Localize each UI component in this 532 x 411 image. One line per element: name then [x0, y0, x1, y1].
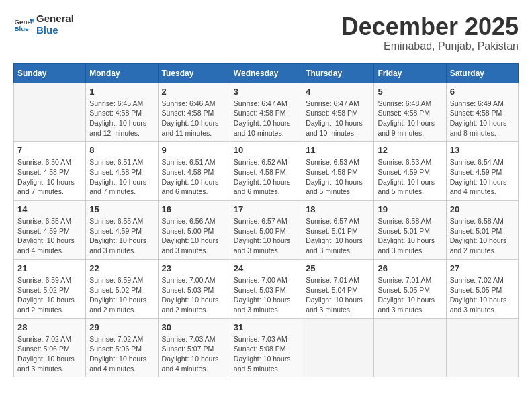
day-number: 17	[234, 204, 298, 214]
calendar-cell: 6Sunrise: 6:49 AM Sunset: 4:58 PM Daylig…	[446, 83, 518, 142]
day-number: 12	[378, 145, 442, 155]
title-area: December 2025 Eminabad, Punjab, Pakistan	[341, 13, 519, 52]
header-monday: Monday	[86, 63, 158, 83]
day-info: Sunrise: 7:00 AM Sunset: 5:03 PM Dayligh…	[234, 275, 298, 315]
day-number: 27	[450, 263, 515, 273]
header-friday: Friday	[374, 63, 446, 83]
calendar-cell: 21Sunrise: 6:59 AM Sunset: 5:02 PM Dayli…	[14, 259, 86, 318]
day-number: 14	[17, 204, 82, 214]
day-info: Sunrise: 6:55 AM Sunset: 4:59 PM Dayligh…	[17, 216, 82, 256]
location-subtitle: Eminabad, Punjab, Pakistan	[341, 40, 519, 52]
day-info: Sunrise: 6:59 AM Sunset: 5:02 PM Dayligh…	[89, 275, 154, 315]
calendar-cell: 1Sunrise: 6:45 AM Sunset: 4:58 PM Daylig…	[86, 83, 158, 142]
day-info: Sunrise: 7:02 AM Sunset: 5:05 PM Dayligh…	[450, 275, 515, 315]
calendar-cell: 27Sunrise: 7:02 AM Sunset: 5:05 PM Dayli…	[446, 259, 518, 318]
day-info: Sunrise: 6:56 AM Sunset: 5:00 PM Dayligh…	[162, 216, 226, 256]
day-number: 4	[306, 87, 370, 97]
day-number: 30	[162, 322, 226, 332]
day-number: 9	[162, 145, 226, 155]
day-number: 6	[450, 87, 515, 97]
day-info: Sunrise: 6:57 AM Sunset: 5:01 PM Dayligh…	[306, 216, 370, 256]
day-info: Sunrise: 7:01 AM Sunset: 5:05 PM Dayligh…	[378, 275, 442, 315]
calendar-cell: 12Sunrise: 6:53 AM Sunset: 4:59 PM Dayli…	[374, 142, 446, 201]
calendar-cell: 5Sunrise: 6:48 AM Sunset: 4:58 PM Daylig…	[374, 83, 446, 142]
day-number: 21	[17, 263, 82, 273]
calendar-cell: 11Sunrise: 6:53 AM Sunset: 4:58 PM Dayli…	[302, 142, 374, 201]
calendar-cell: 22Sunrise: 6:59 AM Sunset: 5:02 PM Dayli…	[86, 259, 158, 318]
header-saturday: Saturday	[446, 63, 518, 83]
day-info: Sunrise: 6:52 AM Sunset: 4:58 PM Dayligh…	[234, 157, 298, 197]
day-info: Sunrise: 6:59 AM Sunset: 5:02 PM Dayligh…	[17, 275, 82, 315]
calendar-cell: 10Sunrise: 6:52 AM Sunset: 4:58 PM Dayli…	[230, 142, 302, 201]
calendar-header-row: SundayMondayTuesdayWednesdayThursdayFrid…	[14, 63, 519, 83]
day-number: 29	[89, 322, 154, 332]
logo-icon: General Blue	[13, 15, 34, 35]
calendar-cell: 26Sunrise: 7:01 AM Sunset: 5:05 PM Dayli…	[374, 259, 446, 318]
day-info: Sunrise: 7:02 AM Sunset: 5:06 PM Dayligh…	[17, 334, 82, 374]
month-title: December 2025	[341, 13, 519, 40]
calendar-week-2: 7Sunrise: 6:50 AM Sunset: 4:58 PM Daylig…	[14, 142, 519, 201]
header-thursday: Thursday	[302, 63, 374, 83]
day-info: Sunrise: 6:51 AM Sunset: 4:58 PM Dayligh…	[89, 157, 154, 197]
calendar-cell: 16Sunrise: 6:56 AM Sunset: 5:00 PM Dayli…	[158, 201, 230, 260]
calendar-cell: 3Sunrise: 6:47 AM Sunset: 4:58 PM Daylig…	[230, 83, 302, 142]
day-info: Sunrise: 6:45 AM Sunset: 4:58 PM Dayligh…	[89, 99, 154, 138]
day-number: 3	[234, 87, 298, 97]
day-number: 19	[378, 204, 442, 214]
calendar-cell: 29Sunrise: 7:02 AM Sunset: 5:06 PM Dayli…	[86, 318, 158, 377]
day-info: Sunrise: 6:49 AM Sunset: 4:58 PM Dayligh…	[450, 99, 515, 138]
calendar-cell: 7Sunrise: 6:50 AM Sunset: 4:58 PM Daylig…	[14, 142, 86, 201]
day-info: Sunrise: 6:58 AM Sunset: 5:01 PM Dayligh…	[450, 216, 515, 256]
day-info: Sunrise: 6:53 AM Sunset: 4:59 PM Dayligh…	[378, 157, 442, 197]
day-number: 2	[162, 87, 226, 97]
calendar-cell: 28Sunrise: 7:02 AM Sunset: 5:06 PM Dayli…	[14, 318, 86, 377]
calendar-week-3: 14Sunrise: 6:55 AM Sunset: 4:59 PM Dayli…	[14, 201, 519, 260]
calendar-cell: 23Sunrise: 7:00 AM Sunset: 5:03 PM Dayli…	[158, 259, 230, 318]
calendar-cell: 24Sunrise: 7:00 AM Sunset: 5:03 PM Dayli…	[230, 259, 302, 318]
calendar-cell: 4Sunrise: 6:47 AM Sunset: 4:58 PM Daylig…	[302, 83, 374, 142]
calendar-cell: 30Sunrise: 7:03 AM Sunset: 5:07 PM Dayli…	[158, 318, 230, 377]
calendar-cell	[14, 83, 86, 142]
day-number: 24	[234, 263, 298, 273]
day-number: 23	[162, 263, 226, 273]
day-number: 7	[17, 145, 82, 155]
day-number: 25	[306, 263, 370, 273]
logo-text-blue: Blue	[36, 25, 74, 36]
calendar-cell: 9Sunrise: 6:51 AM Sunset: 4:58 PM Daylig…	[158, 142, 230, 201]
day-info: Sunrise: 7:02 AM Sunset: 5:06 PM Dayligh…	[89, 334, 154, 374]
day-info: Sunrise: 7:01 AM Sunset: 5:04 PM Dayligh…	[306, 275, 370, 315]
day-info: Sunrise: 6:48 AM Sunset: 4:58 PM Dayligh…	[378, 99, 442, 138]
calendar-week-5: 28Sunrise: 7:02 AM Sunset: 5:06 PM Dayli…	[14, 318, 519, 377]
header-sunday: Sunday	[14, 63, 86, 83]
day-info: Sunrise: 6:47 AM Sunset: 4:58 PM Dayligh…	[306, 99, 370, 138]
day-info: Sunrise: 7:03 AM Sunset: 5:07 PM Dayligh…	[162, 334, 226, 374]
day-info: Sunrise: 6:58 AM Sunset: 5:01 PM Dayligh…	[378, 216, 442, 256]
day-info: Sunrise: 6:51 AM Sunset: 4:58 PM Dayligh…	[162, 157, 226, 197]
day-info: Sunrise: 6:57 AM Sunset: 5:00 PM Dayligh…	[234, 216, 298, 256]
calendar-cell: 15Sunrise: 6:55 AM Sunset: 4:59 PM Dayli…	[86, 201, 158, 260]
calendar-cell: 20Sunrise: 6:58 AM Sunset: 5:01 PM Dayli…	[446, 201, 518, 260]
calendar-cell: 18Sunrise: 6:57 AM Sunset: 5:01 PM Dayli…	[302, 201, 374, 260]
calendar-cell: 31Sunrise: 7:03 AM Sunset: 5:08 PM Dayli…	[230, 318, 302, 377]
day-number: 31	[234, 322, 298, 332]
day-number: 1	[89, 87, 154, 97]
day-info: Sunrise: 7:00 AM Sunset: 5:03 PM Dayligh…	[162, 275, 226, 315]
calendar-cell: 17Sunrise: 6:57 AM Sunset: 5:00 PM Dayli…	[230, 201, 302, 260]
calendar-cell: 2Sunrise: 6:46 AM Sunset: 4:58 PM Daylig…	[158, 83, 230, 142]
header-tuesday: Tuesday	[158, 63, 230, 83]
logo-text-general: General	[36, 13, 74, 25]
day-number: 8	[89, 145, 154, 155]
day-info: Sunrise: 6:50 AM Sunset: 4:58 PM Dayligh…	[17, 157, 82, 197]
calendar-table: SundayMondayTuesdayWednesdayThursdayFrid…	[13, 63, 519, 378]
day-info: Sunrise: 6:53 AM Sunset: 4:58 PM Dayligh…	[306, 157, 370, 197]
calendar-week-4: 21Sunrise: 6:59 AM Sunset: 5:02 PM Dayli…	[14, 259, 519, 318]
calendar-cell: 8Sunrise: 6:51 AM Sunset: 4:58 PM Daylig…	[86, 142, 158, 201]
day-number: 28	[17, 322, 82, 332]
day-info: Sunrise: 6:55 AM Sunset: 4:59 PM Dayligh…	[89, 216, 154, 256]
day-number: 11	[306, 145, 370, 155]
calendar-cell	[302, 318, 374, 377]
svg-text:Blue: Blue	[15, 25, 30, 32]
day-number: 26	[378, 263, 442, 273]
day-number: 10	[234, 145, 298, 155]
day-number: 15	[89, 204, 154, 214]
